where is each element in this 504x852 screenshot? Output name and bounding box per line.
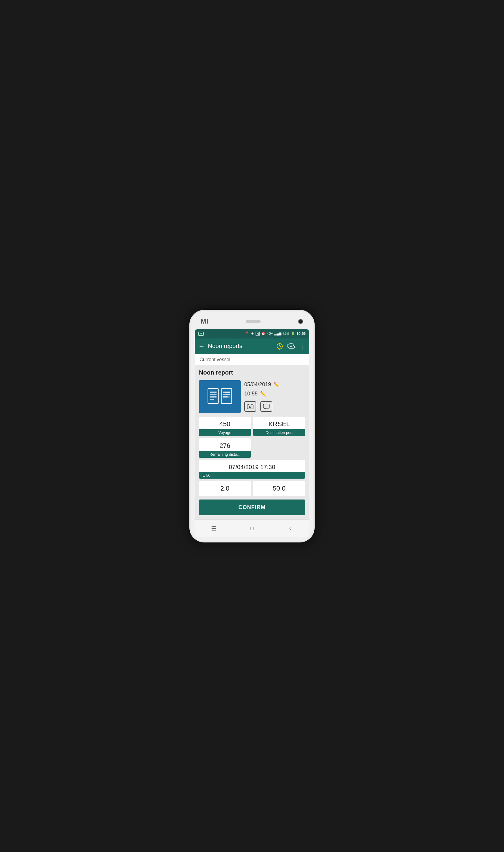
remaining-field: 276 Remaining dista... xyxy=(199,438,251,458)
svg-rect-9 xyxy=(210,392,217,393)
svg-rect-10 xyxy=(210,394,217,395)
eta-field: 07/04/2019 17:30 ETA xyxy=(199,460,305,479)
alarm-icon: ⏰ xyxy=(261,332,266,336)
voyage-destination-row: 450 Voyage KRSEL Destination port xyxy=(199,417,305,436)
nav-bar: ☰ □ ‹ xyxy=(195,520,309,537)
report-date: 05/04/2019 xyxy=(244,381,271,388)
nfc-icon: N xyxy=(256,332,260,336)
bottom-left-value: 2.0 xyxy=(199,481,251,496)
remaining-label: Remaining dista... xyxy=(199,451,251,458)
svg-point-3 xyxy=(279,349,280,350)
svg-rect-6 xyxy=(221,388,232,403)
bottom-values-row: 2.0 50.0 xyxy=(199,481,305,496)
nav-back-button[interactable]: ‹ xyxy=(284,524,296,533)
svg-point-19 xyxy=(249,406,251,407)
report-actions xyxy=(244,401,305,412)
remaining-value: 276 xyxy=(199,438,251,451)
battery-percent: 67% xyxy=(283,332,289,336)
status-bar: 📍 ✦ N ⏰ 4G+ ▂▄▆ 67% 🔋 10:56 xyxy=(195,329,309,339)
voyage-label: Voyage xyxy=(199,429,251,436)
remaining-placeholder xyxy=(253,438,305,458)
phone-speaker xyxy=(246,320,260,323)
app-bar-icons: ⋮ xyxy=(276,342,306,350)
svg-rect-5 xyxy=(208,388,218,403)
app-bar: ← Noon reports xyxy=(195,339,309,354)
status-left xyxy=(198,332,204,336)
phone-top-bar: MI xyxy=(195,315,309,329)
voyage-field: 450 Voyage xyxy=(199,417,251,436)
eta-value: 07/04/2019 17:30 xyxy=(199,460,305,472)
section-title: Current vessel xyxy=(195,354,309,365)
comment-icon[interactable] xyxy=(260,401,272,412)
more-options-icon[interactable]: ⋮ xyxy=(299,342,306,350)
cloud-upload-icon[interactable] xyxy=(287,343,295,349)
edit-time-icon[interactable]: ✏️ xyxy=(260,391,266,397)
noon-report-card: Noon report xyxy=(195,365,309,520)
svg-rect-20 xyxy=(263,404,269,408)
svg-line-2 xyxy=(280,346,281,347)
mi-logo: MI xyxy=(201,318,209,325)
battery-icon: 🔋 xyxy=(291,332,295,336)
phone-camera xyxy=(298,319,303,324)
clock-time: 10:56 xyxy=(296,332,306,336)
app-bar-title: Noon reports xyxy=(208,343,273,349)
edit-date-icon[interactable]: ✏️ xyxy=(273,382,280,387)
report-time-row: 10:55 ✏️ xyxy=(244,391,305,397)
main-content: Current vessel Noon report xyxy=(195,354,309,520)
confirm-button[interactable]: CONFIRM xyxy=(199,500,305,515)
svg-rect-18 xyxy=(226,394,230,395)
destination-label: Destination port xyxy=(253,429,305,436)
bluetooth-icon: ✦ xyxy=(251,331,254,336)
nav-home-button[interactable]: □ xyxy=(246,524,258,533)
destination-value: KRSEL xyxy=(253,417,305,429)
remaining-row: 276 Remaining dista... xyxy=(199,438,305,458)
destination-field: KRSEL Destination port xyxy=(253,417,305,436)
back-button[interactable]: ← xyxy=(198,342,205,350)
app-status-icon xyxy=(198,332,204,336)
card-title: Noon report xyxy=(199,369,305,376)
status-right: 📍 ✦ N ⏰ 4G+ ▂▄▆ 67% 🔋 10:56 xyxy=(245,331,306,336)
voyage-value: 450 xyxy=(199,417,251,429)
location-icon: 📍 xyxy=(245,331,249,336)
network-type: 4G+ xyxy=(267,332,273,335)
svg-rect-16 xyxy=(223,396,230,398)
card-header-row: 05/04/2019 ✏️ 10:55 ✏️ xyxy=(199,380,305,413)
svg-rect-12 xyxy=(210,399,214,400)
camera-icon[interactable] xyxy=(244,401,256,412)
bottom-right-value: 50.0 xyxy=(253,481,305,496)
location-time-icon[interactable] xyxy=(276,343,283,350)
svg-rect-11 xyxy=(210,396,217,398)
svg-rect-17 xyxy=(226,392,230,393)
report-image xyxy=(199,380,241,413)
report-date-row: 05/04/2019 ✏️ xyxy=(244,381,305,388)
signal-bars: ▂▄▆ xyxy=(274,332,281,336)
report-info: 05/04/2019 ✏️ 10:55 ✏️ xyxy=(244,380,305,413)
eta-label: ETA xyxy=(199,472,305,479)
report-time: 10:55 xyxy=(244,391,258,397)
nav-menu-button[interactable]: ☰ xyxy=(208,524,220,533)
phone-device: MI 📍 ✦ N ⏰ 4G+ ▂▄▆ 67% 🔋 xyxy=(190,310,314,542)
phone-screen: 📍 ✦ N ⏰ 4G+ ▂▄▆ 67% 🔋 10:56 ← Noon repor… xyxy=(195,329,309,537)
